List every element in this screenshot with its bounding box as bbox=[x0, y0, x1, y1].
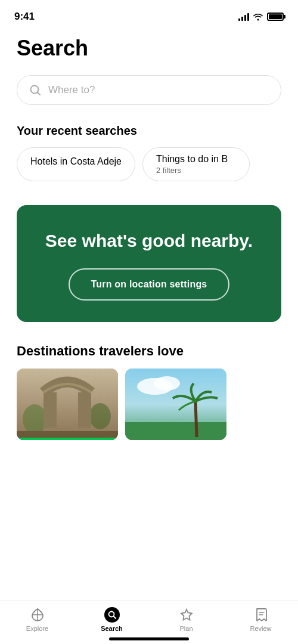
home-indicator bbox=[109, 637, 189, 640]
chip-subtitle: 2 filters bbox=[156, 166, 236, 175]
status-time: 9:41 bbox=[14, 11, 35, 23]
nav-item-search[interactable]: Search bbox=[88, 607, 136, 632]
chip-title: Things to do in B bbox=[156, 154, 236, 165]
svg-line-14 bbox=[113, 617, 116, 619]
recent-searches-row: Hotels in Costa Adeje Things to do in B … bbox=[0, 147, 298, 184]
search-input-placeholder: Where to? bbox=[48, 84, 95, 96]
svg-point-3 bbox=[23, 404, 46, 434]
battery-icon bbox=[267, 13, 284, 21]
search-label: Search bbox=[101, 625, 123, 632]
nav-item-explore[interactable]: Explore bbox=[14, 607, 61, 632]
destinations-title: Destinations travelers love bbox=[17, 343, 281, 359]
nearby-title: See what's good nearby. bbox=[45, 230, 253, 252]
destination-indicator bbox=[17, 438, 118, 440]
destinations-row bbox=[0, 369, 298, 440]
svg-rect-5 bbox=[44, 392, 57, 428]
nearby-banner: See what's good nearby. Turn on location… bbox=[17, 205, 281, 322]
explore-label: Explore bbox=[26, 625, 48, 632]
svg-line-1 bbox=[38, 92, 41, 95]
svg-line-12 bbox=[195, 401, 197, 437]
destination-card-tropical[interactable] bbox=[125, 369, 226, 440]
explore-icon bbox=[30, 607, 45, 623]
wifi-icon bbox=[253, 13, 263, 21]
nav-item-plan[interactable]: Plan bbox=[163, 607, 210, 632]
svg-rect-11 bbox=[125, 422, 226, 440]
search-icon bbox=[29, 84, 41, 96]
signal-icon bbox=[238, 13, 249, 21]
search-nav-icon bbox=[104, 607, 120, 623]
svg-rect-6 bbox=[78, 392, 91, 428]
review-label: Review bbox=[250, 625, 271, 632]
review-icon bbox=[253, 607, 269, 623]
destinations-section: Destinations travelers love bbox=[17, 343, 281, 440]
plan-icon bbox=[179, 607, 194, 623]
tropical-illustration bbox=[125, 369, 226, 440]
recent-searches-title: Your recent searches bbox=[17, 124, 281, 138]
svg-point-4 bbox=[89, 403, 111, 429]
main-content: Search Where to? Your recent searches Ho… bbox=[0, 30, 298, 440]
location-settings-button[interactable]: Turn on location settings bbox=[69, 268, 230, 301]
destination-card-arch[interactable] bbox=[17, 369, 118, 440]
recent-chip-hotels[interactable]: Hotels in Costa Adeje bbox=[17, 147, 135, 181]
status-icons bbox=[238, 13, 284, 21]
page-title: Search bbox=[17, 36, 281, 61]
nav-item-review[interactable]: Review bbox=[237, 607, 285, 632]
search-bar[interactable]: Where to? bbox=[17, 75, 281, 105]
svg-point-10 bbox=[154, 376, 180, 391]
plan-label: Plan bbox=[179, 625, 193, 632]
status-bar: 9:41 bbox=[0, 0, 298, 30]
arch-illustration bbox=[17, 369, 118, 440]
recent-chip-things-to-do[interactable]: Things to do in B 2 filters bbox=[142, 147, 250, 181]
